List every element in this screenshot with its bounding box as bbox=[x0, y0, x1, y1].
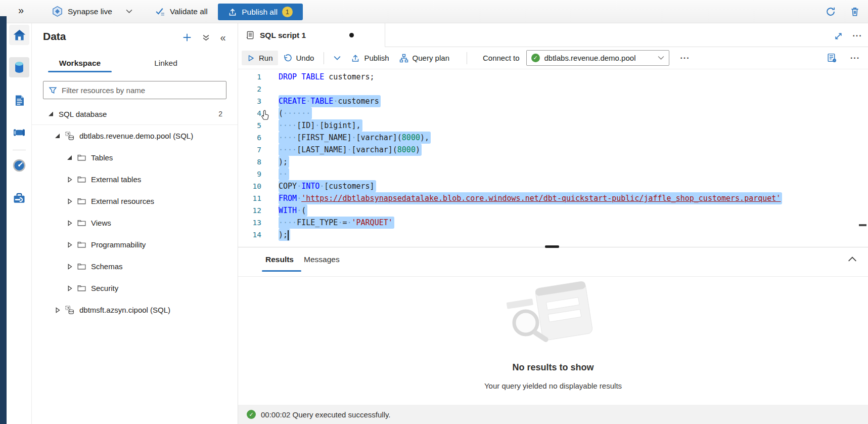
left-navigation-rail bbox=[7, 23, 32, 424]
code-line[interactable]: 6····[FIRST_NAME]·[varchar](8000), bbox=[238, 132, 868, 144]
rail-item-develop[interactable] bbox=[9, 90, 29, 110]
code-line[interactable]: 13····FILE_TYPE·=·'PARQUET' bbox=[238, 217, 868, 229]
line-number: 4 bbox=[238, 107, 261, 119]
query-plan-button[interactable]: Query plan bbox=[394, 51, 454, 66]
tree-item[interactable]: External tables bbox=[32, 168, 238, 190]
code-editor[interactable]: 1DROP TABLE customers;23CREATE·TABLE·cus… bbox=[238, 69, 868, 247]
rail-item-integrate[interactable] bbox=[9, 122, 29, 143]
tree-item[interactable]: Schemas bbox=[32, 256, 238, 277]
success-check-icon: ✓ bbox=[247, 410, 256, 419]
tree-expander-icon[interactable] bbox=[67, 155, 72, 160]
properties-icon[interactable] bbox=[827, 53, 837, 63]
publish-button[interactable]: Publish bbox=[346, 51, 394, 66]
run-button[interactable]: Run bbox=[242, 51, 278, 65]
tree-item[interactable]: dbtmsft.azsyn.cipool (SQL) bbox=[32, 299, 238, 321]
empty-results-illustration bbox=[499, 275, 606, 351]
monitor-gauge-icon bbox=[12, 158, 26, 173]
tree-item[interactable]: Views bbox=[32, 212, 238, 234]
folder-icon bbox=[77, 241, 86, 248]
connect-to-pool-dropdown[interactable]: ✓ dbtlabs.revenue.demo.pool bbox=[526, 50, 669, 66]
tree-expander-icon[interactable] bbox=[67, 220, 72, 226]
add-resource-button[interactable] bbox=[181, 31, 193, 44]
code-line[interactable]: 11FROM·'https://dbtlabsynapsedatalake.bl… bbox=[238, 192, 868, 204]
rail-item-monitor[interactable] bbox=[9, 155, 29, 176]
validate-all-button[interactable]: Validate all bbox=[155, 0, 208, 23]
toolbar-divider bbox=[467, 52, 467, 64]
code-line[interactable]: 3CREATE·TABLE·customers bbox=[238, 95, 868, 107]
tree-item[interactable]: SQL database2 bbox=[32, 103, 238, 125]
code-line[interactable]: 12WITH·( bbox=[238, 204, 868, 217]
code-line[interactable]: 10COPY·INTO·[customers] bbox=[238, 180, 868, 192]
collapse-chevron-up-icon bbox=[848, 256, 858, 262]
sql-pool-icon bbox=[65, 132, 74, 141]
tree-expander-icon[interactable] bbox=[55, 307, 60, 313]
tab-sql-script-1[interactable]: SQL script 1 bbox=[238, 23, 385, 47]
tree-expander-icon[interactable] bbox=[48, 112, 54, 116]
code-line[interactable]: 4(······ bbox=[238, 107, 868, 119]
run-label: Run bbox=[259, 54, 273, 62]
tree-item-label: External resources bbox=[91, 197, 154, 205]
tree-expander-icon[interactable] bbox=[67, 198, 72, 204]
tree-item[interactable]: Programmability bbox=[32, 234, 238, 256]
tab-messages[interactable]: Messages bbox=[304, 255, 340, 264]
tree-expander-icon[interactable] bbox=[67, 285, 72, 291]
discard-trash-icon[interactable] bbox=[849, 6, 861, 18]
toolbar-more-button[interactable]: ··· bbox=[680, 54, 690, 63]
rail-item-home[interactable] bbox=[9, 25, 29, 45]
line-number: 7 bbox=[238, 144, 261, 156]
results-panel: Results Messages bbox=[238, 247, 868, 405]
tab-linked[interactable]: Linked bbox=[133, 59, 199, 68]
tab-more-button[interactable]: ··· bbox=[852, 30, 863, 41]
expand-sidebar-chevrons[interactable]: » bbox=[18, 5, 23, 16]
rail-item-manage[interactable] bbox=[9, 188, 29, 208]
rail-item-data[interactable] bbox=[9, 57, 29, 77]
pool-name: dbtlabs.revenue.demo.pool bbox=[544, 54, 653, 62]
mode-selector[interactable]: Synapse live bbox=[52, 0, 132, 23]
code-line[interactable]: 9·· bbox=[238, 168, 868, 180]
scrollbar-marker[interactable] bbox=[859, 224, 866, 226]
code-line[interactable]: 5····[ID]·[bigint], bbox=[238, 119, 868, 132]
line-number: 12 bbox=[238, 204, 261, 217]
tree-item[interactable]: dbtlabs.revenue.demo.pool (SQL) bbox=[32, 125, 238, 147]
tab-workspace[interactable]: Workspace bbox=[47, 59, 113, 68]
tree-item-label: Schemas bbox=[91, 262, 123, 271]
top-command-bar: » Synapse live Validate all Publish all … bbox=[0, 0, 868, 23]
tree-expander-icon[interactable] bbox=[55, 134, 60, 138]
chevron-down-icon bbox=[126, 9, 132, 14]
undo-button[interactable]: Undo bbox=[278, 51, 319, 66]
tree-expander-icon[interactable] bbox=[67, 177, 72, 183]
code-line[interactable]: 8); bbox=[238, 156, 868, 168]
code-line[interactable]: 14); bbox=[238, 229, 868, 241]
collapse-all-button[interactable] bbox=[200, 31, 212, 44]
code-line[interactable]: 7····[LAST_NAME]·[varchar](8000) bbox=[238, 144, 868, 156]
publish-all-button[interactable]: Publish all 1 bbox=[218, 4, 303, 20]
synapse-logo-icon bbox=[52, 6, 63, 17]
code-line-text: FROM·'https://dbtlabsynapsedatalake.blob… bbox=[279, 192, 782, 204]
code-line-text: WITH·( bbox=[279, 204, 307, 217]
tree-expander-icon[interactable] bbox=[67, 264, 72, 270]
refresh-icon[interactable] bbox=[825, 6, 837, 18]
query-status-bar: ✓ 00:00:02 Query executed successfully. bbox=[238, 405, 868, 424]
synapse-studio-app: » Synapse live Validate all Publish all … bbox=[0, 0, 868, 424]
code-line[interactable]: 2 bbox=[238, 83, 868, 95]
run-options-dropdown[interactable] bbox=[329, 53, 346, 64]
expand-editor-button[interactable] bbox=[833, 30, 844, 41]
connect-to-label: Connect to bbox=[483, 54, 520, 62]
editor-more-button[interactable]: ··· bbox=[850, 54, 860, 63]
tree-expander-icon[interactable] bbox=[67, 242, 72, 248]
filter-resources-input[interactable] bbox=[62, 86, 221, 95]
line-number: 2 bbox=[238, 83, 261, 95]
code-line-text: ); bbox=[279, 229, 290, 241]
code-line-text: (······ bbox=[279, 107, 312, 119]
tab-results[interactable]: Results bbox=[265, 255, 294, 264]
tree-item[interactable]: Tables bbox=[32, 147, 238, 168]
collapse-panel-button[interactable]: « bbox=[217, 31, 229, 44]
code-line-text: CREATE·TABLE·customers bbox=[279, 95, 381, 107]
collapse-results-button[interactable] bbox=[848, 256, 858, 264]
folder-icon bbox=[77, 263, 86, 270]
code-line[interactable]: 1DROP TABLE customers; bbox=[238, 71, 868, 83]
tree-item[interactable]: Security bbox=[32, 277, 238, 299]
manage-toolbox-icon bbox=[12, 191, 26, 205]
tree-item[interactable]: External resources bbox=[32, 190, 238, 212]
filter-resources-box[interactable] bbox=[43, 81, 226, 99]
